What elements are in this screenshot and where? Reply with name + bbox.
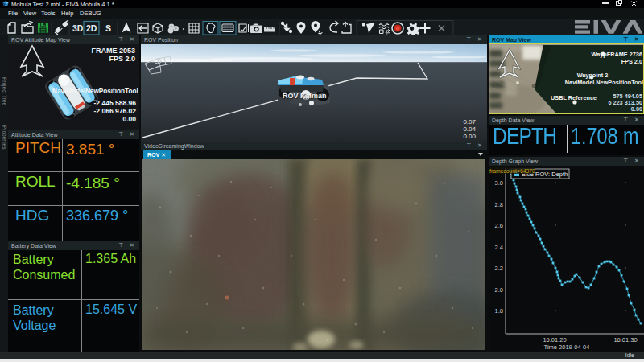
svg-text:NaviModelNewPositionTool: NaviModelNewPositionTool [52, 88, 138, 95]
svg-text:USBL Reference: USBL Reference [551, 94, 597, 101]
svg-text:0.00: 0.00 [122, 115, 136, 123]
svg-text:Time 2019-04-04: Time 2019-04-04 [544, 343, 590, 351]
svg-text:ROV Kalman: ROV Kalman [283, 92, 327, 100]
svg-text:16:01:30: 16:01:30 [613, 336, 637, 343]
svg-text:3D: 3D [72, 23, 84, 33]
svg-text:FPS 2.0: FPS 2.0 [621, 58, 642, 65]
svg-text:2.8: 2.8 [495, 201, 503, 208]
svg-text:-2 445 588.96: -2 445 588.96 [94, 99, 137, 107]
svg-text:2.4: 2.4 [495, 244, 503, 251]
svg-text:0.04: 0.04 [463, 125, 476, 133]
svg-text:S: S [105, 23, 111, 33]
svg-text:NaviModel.NewPositionTool: NaviModel.NewPositionTool [565, 79, 643, 86]
svg-text:0.00: 0.00 [463, 133, 476, 140]
svg-text:16:01:20: 16:01:20 [543, 336, 566, 343]
svg-text:2.0: 2.0 [495, 286, 503, 294]
svg-text:FRAME 2053: FRAME 2053 [91, 47, 135, 55]
svg-text:Waypoint 2: Waypoint 2 [577, 72, 609, 79]
svg-text:2D: 2D [86, 23, 97, 33]
svg-text:FPS 2.0: FPS 2.0 [109, 55, 135, 63]
svg-text:3.0: 3.0 [495, 179, 503, 187]
svg-text:framecount=64378: framecount=64378 [489, 168, 535, 174]
svg-text:2.2: 2.2 [495, 265, 503, 272]
svg-text:1.8: 1.8 [495, 307, 503, 315]
svg-text:-2 066 976.02: -2 066 976.02 [94, 107, 137, 115]
svg-text:0.00: 0.00 [631, 105, 642, 113]
svg-text:0.07: 0.07 [463, 118, 476, 125]
svg-text:WaypFRAME 2736: WaypFRAME 2736 [592, 51, 642, 58]
svg-text:2.6: 2.6 [495, 222, 503, 229]
